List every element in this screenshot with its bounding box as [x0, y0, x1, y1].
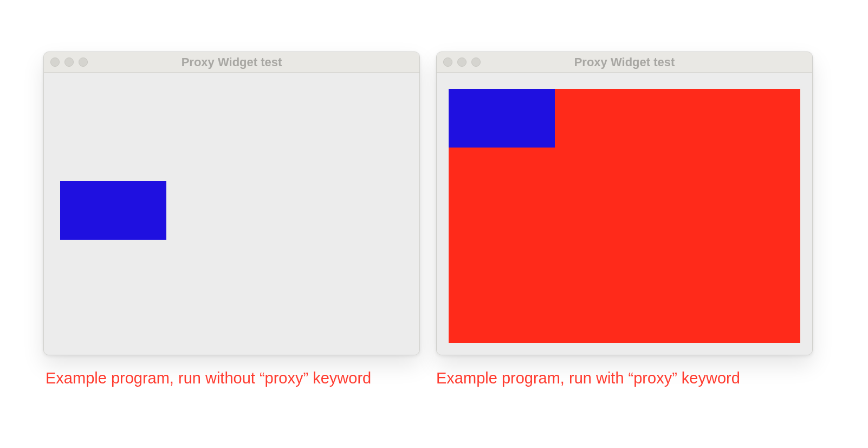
close-icon[interactable] [50, 57, 60, 67]
window-content-left [44, 73, 419, 355]
window-content-right [437, 73, 812, 355]
window-title-left: Proxy Widget test [44, 55, 419, 69]
traffic-lights-left [50, 57, 88, 67]
fullscreen-icon[interactable] [471, 57, 481, 67]
blue-widget-right [449, 89, 555, 148]
app-window-left: Proxy Widget test [43, 52, 420, 355]
blue-widget-left [60, 181, 166, 240]
close-icon[interactable] [443, 57, 452, 67]
caption-left: Example program, run without “proxy” key… [43, 369, 371, 387]
traffic-lights-right [443, 57, 481, 67]
titlebar-left: Proxy Widget test [44, 52, 419, 73]
comparison-panels: Proxy Widget test Example program, run w… [0, 0, 868, 387]
minimize-icon[interactable] [457, 57, 467, 67]
panel-with-proxy: Proxy Widget test Example program, run w… [436, 52, 813, 387]
app-window-right: Proxy Widget test [436, 52, 813, 355]
caption-right: Example program, run with “proxy” keywor… [436, 369, 740, 387]
fullscreen-icon[interactable] [79, 57, 88, 67]
panel-without-proxy: Proxy Widget test Example program, run w… [43, 52, 420, 387]
titlebar-right: Proxy Widget test [437, 52, 812, 73]
minimize-icon[interactable] [64, 57, 74, 67]
window-title-right: Proxy Widget test [437, 55, 812, 69]
